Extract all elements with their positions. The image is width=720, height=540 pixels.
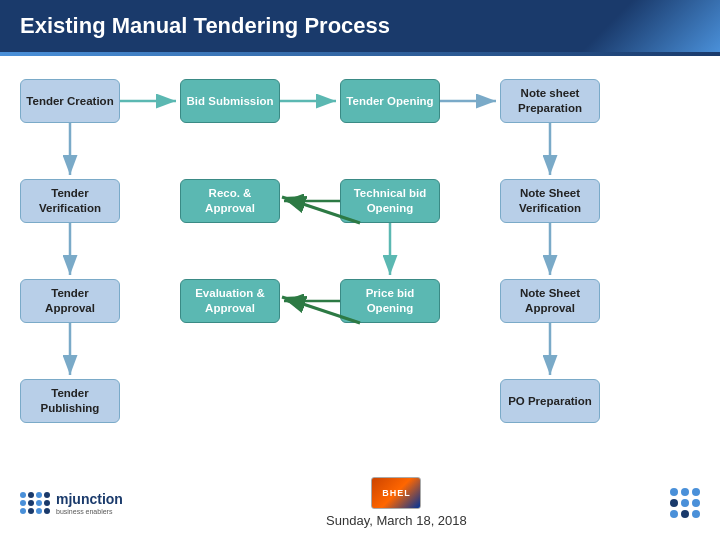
flow-container: Tender Creation Bid Submission Tender Op… (20, 79, 700, 459)
logo-dot (28, 492, 34, 498)
blue-dot (681, 510, 689, 518)
tender-publishing-box: Tender Publishing (20, 379, 120, 423)
blue-dots-decoration (670, 488, 700, 518)
center-bottom: BHEL Sunday, March 18, 2018 (326, 477, 467, 528)
blue-dot (670, 488, 678, 496)
evaluation-approval-box: Evaluation & Approval (180, 279, 280, 323)
logo-dot (44, 500, 50, 506)
logo-dot (28, 508, 34, 514)
blue-dot (692, 499, 700, 507)
po-preparation-box: PO Preparation (500, 379, 600, 423)
bottom-section: mjunction business enablers BHEL Sunday,… (0, 477, 720, 528)
reco-approval-box: Reco. & Approval (180, 179, 280, 223)
price-bid-opening-box: Price bid Opening (340, 279, 440, 323)
bid-submission-box: Bid Submission (180, 79, 280, 123)
header: Existing Manual Tendering Process (0, 0, 720, 52)
technical-bid-opening-box: Technical bid Opening (340, 179, 440, 223)
logo-dot (20, 492, 26, 498)
logo-dot (36, 500, 42, 506)
tender-creation-box: Tender Creation (20, 79, 120, 123)
note-sheet-approval-box: Note Sheet Approval (500, 279, 600, 323)
logo-dot (36, 508, 42, 514)
date-label: Sunday, March 18, 2018 (326, 513, 467, 528)
note-sheet-verification-box: Note Sheet Verification (500, 179, 600, 223)
tender-approval-box: Tender Approval (20, 279, 120, 323)
mjunction-text: mjunction business enablers (56, 490, 123, 515)
note-sheet-prep-box: Note sheet Preparation (500, 79, 600, 123)
blue-dot (681, 499, 689, 507)
blue-dot (670, 510, 678, 518)
page-title: Existing Manual Tendering Process (20, 13, 390, 39)
main-content: Tender Creation Bid Submission Tender Op… (0, 56, 720, 532)
logo-dot (20, 508, 26, 514)
logo-dot (44, 508, 50, 514)
blue-dot (692, 488, 700, 496)
logo-dot (28, 500, 34, 506)
mjunction-logo: mjunction business enablers (20, 490, 123, 515)
tender-opening-box: Tender Opening (340, 79, 440, 123)
blue-dot (681, 488, 689, 496)
blue-dot (692, 510, 700, 518)
bhel-emblem: BHEL (371, 477, 421, 509)
logo-dot (36, 492, 42, 498)
logo-dots (20, 492, 50, 514)
blue-dot (670, 499, 678, 507)
logo-dot (20, 500, 26, 506)
tender-verification-box: Tender Verification (20, 179, 120, 223)
logo-dot (44, 492, 50, 498)
